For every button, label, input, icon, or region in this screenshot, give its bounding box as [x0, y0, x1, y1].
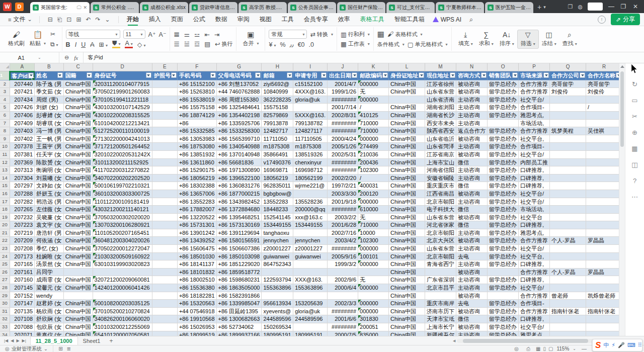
cell[interactable]: +86 15320563 [177, 300, 216, 308]
add-widget-icon[interactable]: ⊕ [632, 129, 637, 136]
cell[interactable]: China中国 [389, 307, 425, 315]
cell[interactable]: 市场活动, [519, 119, 550, 127]
cell[interactable]: 1999/1/26 [328, 88, 358, 96]
select-all-corner[interactable] [0, 63, 10, 71]
cell[interactable]: +44 07546918 [177, 307, 216, 315]
cell[interactable]: China中国 [63, 150, 93, 158]
cell[interactable] [550, 284, 586, 292]
menu-tab-审阅[interactable]: 审阅 [232, 14, 255, 26]
cell[interactable]: 衡琬明 (女 [35, 166, 64, 174]
cell[interactable]: 11711050 [262, 135, 293, 143]
cell[interactable]: China中国 [63, 119, 93, 127]
menu-tab-页面[interactable]: 页面 [166, 14, 188, 26]
cell[interactable]: 612725200110100019 [93, 127, 152, 135]
cell[interactable]: 153449155 [293, 221, 328, 229]
cell[interactable]: 社交平台/ [519, 284, 550, 292]
cell[interactable] [488, 119, 519, 127]
cell[interactable] [328, 268, 358, 276]
cell[interactable]: 310103200212255069 [93, 323, 152, 331]
cell[interactable]: 湖南省浏阳 [425, 104, 456, 112]
filter-dropdown-icon[interactable] [419, 72, 424, 78]
cell[interactable]: 710000 [358, 221, 389, 229]
cell[interactable]: 刘晨曦 (女 [35, 174, 64, 182]
cell[interactable]: 留学总经办 [488, 135, 519, 143]
column-header-R[interactable]: R [586, 63, 619, 71]
cell[interactable]: 610000 [358, 206, 389, 214]
cell[interactable]: 无 [358, 276, 389, 284]
cell[interactable]: 207313 [10, 166, 34, 174]
cell[interactable] [550, 104, 586, 112]
cell[interactable] [586, 323, 619, 331]
cell[interactable]: v17490376 [262, 158, 293, 166]
table-header-cell[interactable]: 客户id [10, 71, 34, 80]
row-header-24[interactable]: 24 [0, 252, 10, 260]
cell[interactable]: +86 13053983 [177, 135, 216, 143]
cell[interactable] [586, 111, 619, 119]
cell[interactable]: 合作方推荐 [519, 307, 550, 315]
cell[interactable] [293, 292, 328, 300]
cell[interactable]: 个人-罗晶 [550, 268, 586, 276]
cell[interactable]: 陕西省西安 [425, 127, 456, 135]
cell[interactable]: 微信 [456, 182, 488, 190]
cell[interactable] [152, 307, 177, 315]
cell[interactable]: 留学总经办 [488, 237, 519, 245]
cell[interactable]: China中国 [389, 213, 425, 221]
cell[interactable]: China中国 [389, 158, 425, 166]
cell[interactable]: 370105199411221118 [93, 96, 152, 104]
cell[interactable]: 32010220020531242X [93, 150, 152, 158]
cast-icon[interactable]: 🖵 [77, 5, 82, 11]
cell[interactable]: China中国 [63, 104, 93, 112]
cell[interactable]: 合作方推荐 [519, 268, 550, 276]
cell[interactable]: China中国 [389, 182, 425, 190]
row-header-17[interactable]: 17 [0, 198, 10, 206]
cell[interactable]: 罗晶晶 [586, 268, 619, 276]
cell[interactable]: 207135 [10, 307, 34, 315]
cell[interactable]: 留学总经办 [488, 260, 519, 269]
decrease-font-icon[interactable]: A⁻ [159, 31, 167, 38]
cell[interactable]: 210036 [358, 150, 389, 158]
cell[interactable]: chenxinyur [293, 158, 328, 166]
column-header-F[interactable]: F [177, 63, 216, 71]
cell-style-button[interactable]: ▢单元格样式 [408, 41, 448, 48]
cell[interactable]: 2002/2/20 [328, 174, 358, 182]
cell[interactable]: 文静如 (女 [35, 182, 64, 190]
cell[interactable]: ######## [328, 245, 358, 253]
cell[interactable]: China中国 [389, 284, 425, 292]
cell[interactable]: 口碑推荐, [519, 315, 550, 323]
filter-dropdown-icon[interactable] [87, 72, 92, 78]
cell[interactable]: 2000/4/24 [328, 135, 358, 143]
cell[interactable]: China中国 [63, 127, 93, 135]
cell[interactable]: China中国 [63, 135, 93, 143]
cell[interactable]: 654101200007050581 [93, 331, 152, 336]
cell[interactable]: 赵君婷 (女 [35, 300, 64, 308]
cell[interactable]: 王晨宇 (男 [35, 143, 64, 151]
cell[interactable]: 任天宇 (女 [35, 150, 64, 158]
row-header-16[interactable]: 16 [0, 190, 10, 198]
cell[interactable]: 124827117 [293, 127, 328, 135]
cell[interactable]: +86 田延岭1395 [216, 307, 262, 315]
cell[interactable]: +86 1573130169 [216, 221, 262, 229]
cell[interactable]: 吕同学 [35, 268, 64, 276]
cell[interactable]: 汤景然 (女 [35, 260, 64, 269]
row-header-13[interactable]: 13 [0, 166, 10, 174]
cell[interactable] [358, 268, 389, 276]
cell[interactable] [550, 206, 586, 214]
cell[interactable]: 口碑推荐, [519, 174, 550, 182]
cell[interactable]: ######## [328, 206, 358, 214]
row-header-25[interactable]: 25 [0, 260, 10, 269]
cell[interactable]: China中国 [389, 111, 425, 119]
cell[interactable]: China中国 [389, 331, 425, 336]
cell[interactable] [152, 252, 177, 260]
row-header-7[interactable]: 7 [0, 119, 10, 127]
cell[interactable]: 244589596 [262, 315, 293, 323]
cell[interactable]: +86 1372884680 [216, 206, 262, 214]
cell[interactable] [152, 198, 177, 206]
cell[interactable]: 155363896 [262, 284, 293, 292]
system-mode-label[interactable]: 业财管理系统 [12, 345, 42, 352]
cell[interactable] [425, 268, 456, 276]
cell[interactable]: +86 13552283 [177, 198, 216, 206]
cell[interactable] [550, 190, 586, 198]
cell[interactable]: 207088 [10, 323, 34, 331]
cell[interactable]: 江苏省徐州 [425, 80, 456, 88]
table-header-cell[interactable]: 邮政编码 [358, 71, 389, 80]
